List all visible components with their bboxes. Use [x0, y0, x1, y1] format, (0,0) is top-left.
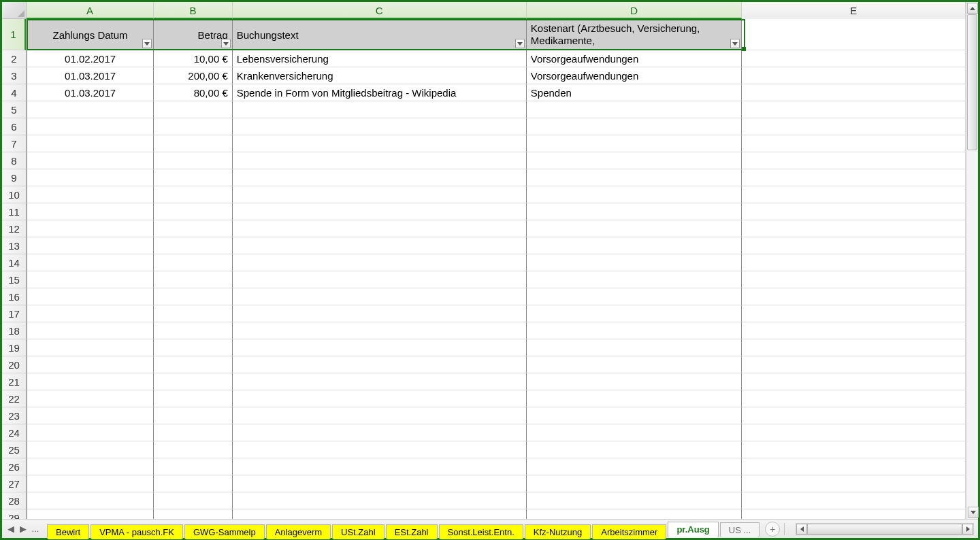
cell-c19[interactable]: [233, 339, 527, 356]
cell-a3[interactable]: 01.03.2017: [27, 67, 154, 84]
scroll-track[interactable]: [967, 14, 977, 507]
row-header-18[interactable]: 18: [2, 322, 26, 339]
sheet-tab[interactable]: Arbeitszimmer: [592, 524, 666, 539]
cell-e12[interactable]: [742, 220, 966, 237]
header-cell-betrag[interactable]: Betrag: [154, 19, 233, 50]
cell-e23[interactable]: [742, 407, 966, 424]
cell-b3[interactable]: 200,00 €: [154, 67, 233, 84]
hscroll-thumb[interactable]: [807, 524, 962, 535]
row-header-20[interactable]: 20: [2, 356, 26, 373]
cell-b23[interactable]: [154, 407, 233, 424]
row-header-22[interactable]: 22: [2, 390, 26, 407]
cell-e17[interactable]: [742, 305, 966, 322]
column-header-d[interactable]: D: [527, 2, 742, 19]
cell-b16[interactable]: [154, 288, 233, 305]
row-header-2[interactable]: 2: [2, 50, 26, 67]
cell-a25[interactable]: [27, 441, 154, 458]
cell-e8[interactable]: [742, 152, 966, 169]
cell-b25[interactable]: [154, 441, 233, 458]
cell-d6[interactable]: [527, 118, 742, 135]
cell-e21[interactable]: [742, 373, 966, 390]
cell-c8[interactable]: [233, 152, 527, 169]
cell-d4[interactable]: Spenden: [527, 84, 742, 101]
cell-e4[interactable]: [742, 84, 966, 101]
cell-e15[interactable]: [742, 271, 966, 288]
cell-d12[interactable]: [527, 220, 742, 237]
cell-d24[interactable]: [527, 424, 742, 441]
cell-a18[interactable]: [27, 322, 154, 339]
cell-d8[interactable]: [527, 152, 742, 169]
row-header-6[interactable]: 6: [2, 118, 26, 135]
cell-d2[interactable]: Vorsorgeaufwendungen: [527, 50, 742, 67]
row-header-13[interactable]: 13: [2, 237, 26, 254]
cell-d5[interactable]: [527, 101, 742, 118]
cell-d19[interactable]: [527, 339, 742, 356]
cell-e28[interactable]: [742, 492, 966, 509]
cells-area[interactable]: Zahlungs Datum Betrag Buchungstext Koste…: [27, 19, 966, 519]
cell-d27[interactable]: [527, 475, 742, 492]
cell-a29[interactable]: [27, 509, 154, 519]
cell-a19[interactable]: [27, 339, 154, 356]
cell-a8[interactable]: [27, 152, 154, 169]
cell-d9[interactable]: [527, 169, 742, 186]
sheet-tab[interactable]: ESt.Zahl: [386, 524, 438, 539]
vertical-scrollbar[interactable]: [966, 2, 978, 519]
column-header-a[interactable]: A: [27, 2, 154, 19]
cell-d21[interactable]: [527, 373, 742, 390]
horizontal-scrollbar[interactable]: [796, 523, 974, 535]
sheet-tab[interactable]: Sonst.Leist.Entn.: [439, 524, 523, 539]
sheet-tab[interactable]: VPMA - pausch.FK: [91, 524, 183, 539]
new-sheet-button[interactable]: +: [765, 522, 780, 537]
sheet-tab[interactable]: USt.Zahl: [332, 524, 385, 539]
cell-e24[interactable]: [742, 424, 966, 441]
scroll-down-button[interactable]: [968, 507, 979, 518]
row-header-17[interactable]: 17: [2, 305, 26, 322]
row-header-9[interactable]: 9: [2, 169, 26, 186]
cell-a12[interactable]: [27, 220, 154, 237]
cell-c3[interactable]: Krankenversicherung: [233, 67, 527, 84]
cell-b27[interactable]: [154, 475, 233, 492]
cell-a23[interactable]: [27, 407, 154, 424]
cell-a15[interactable]: [27, 271, 154, 288]
cell-e19[interactable]: [742, 339, 966, 356]
cell-c12[interactable]: [233, 220, 527, 237]
cell-d29[interactable]: [527, 509, 742, 519]
sheet-tab-truncated[interactable]: US ...: [720, 522, 760, 537]
cell-a13[interactable]: [27, 237, 154, 254]
cell-c6[interactable]: [233, 118, 527, 135]
row-header-21[interactable]: 21: [2, 373, 26, 390]
cell-d26[interactable]: [527, 458, 742, 475]
cell-a27[interactable]: [27, 475, 154, 492]
cell-c20[interactable]: [233, 356, 527, 373]
cell-e26[interactable]: [742, 458, 966, 475]
cell-a22[interactable]: [27, 390, 154, 407]
cell-e20[interactable]: [742, 356, 966, 373]
cell-d18[interactable]: [527, 322, 742, 339]
cell-d28[interactable]: [527, 492, 742, 509]
cell-e18[interactable]: [742, 322, 966, 339]
cell-c25[interactable]: [233, 441, 527, 458]
tab-nav-next[interactable]: ▶: [17, 523, 29, 535]
cell-a24[interactable]: [27, 424, 154, 441]
cell-e2[interactable]: [742, 50, 966, 67]
row-header-7[interactable]: 7: [2, 135, 26, 152]
cell-b20[interactable]: [154, 356, 233, 373]
header-cell-zahlungs-datum[interactable]: Zahlungs Datum: [27, 19, 154, 50]
row-header-11[interactable]: 11: [2, 203, 26, 220]
cell-c7[interactable]: [233, 135, 527, 152]
cell-d10[interactable]: [527, 186, 742, 203]
row-header-25[interactable]: 25: [2, 441, 26, 458]
cell-b14[interactable]: [154, 254, 233, 271]
cell-a6[interactable]: [27, 118, 154, 135]
cell-c16[interactable]: [233, 288, 527, 305]
cell-c10[interactable]: [233, 186, 527, 203]
header-cell-kostenart[interactable]: Kostenart (Arztbesuch, Versicherung, Med…: [527, 19, 742, 50]
cell-e9[interactable]: [742, 169, 966, 186]
cell-b7[interactable]: [154, 135, 233, 152]
cell-e22[interactable]: [742, 390, 966, 407]
tab-nav-first[interactable]: ◀: [5, 523, 17, 535]
cell-b10[interactable]: [154, 186, 233, 203]
cell-e25[interactable]: [742, 441, 966, 458]
cell-e3[interactable]: [742, 67, 966, 84]
filter-dropdown-icon[interactable]: [515, 39, 525, 48]
